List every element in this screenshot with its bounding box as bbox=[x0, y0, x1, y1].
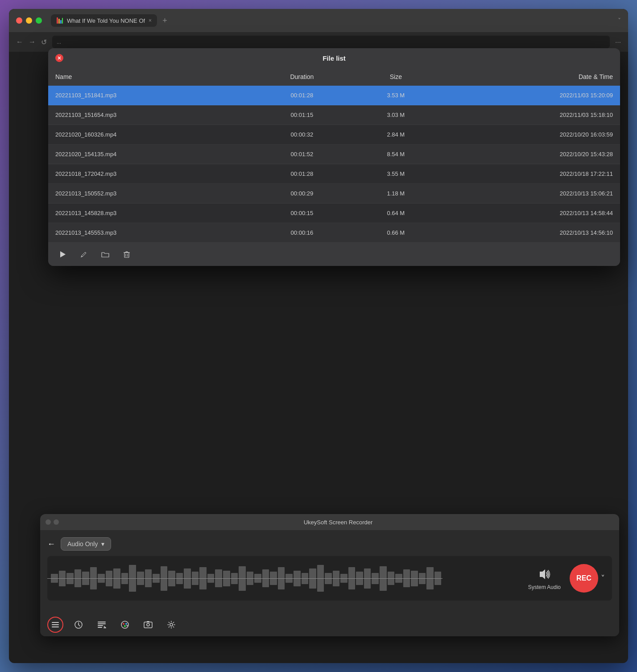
table-row[interactable]: 20221020_160326.mp400:00:322.84 M2022/10… bbox=[48, 125, 620, 145]
svg-point-20 bbox=[127, 625, 128, 626]
recorder-window: UkeySoft Screen Recorder ← Audio Only ▾ bbox=[40, 514, 619, 636]
nav-url-text: ... bbox=[57, 39, 61, 45]
screenshot-icon bbox=[144, 620, 153, 629]
file-list-header: Name Duration Size Date & Time bbox=[48, 68, 620, 86]
cell-duration: 00:00:16 bbox=[251, 223, 353, 243]
browser-titlebar: What If We Told You NONE Of × + ˅ bbox=[9, 9, 628, 32]
col-duration: Duration bbox=[251, 68, 353, 86]
edit-icon bbox=[80, 250, 88, 258]
nav-refresh-button[interactable]: ↺ bbox=[41, 38, 47, 46]
col-size: Size bbox=[353, 68, 439, 86]
cell-datetime: 2022/10/13 15:06:21 bbox=[439, 184, 620, 203]
toolbar-palette-button[interactable] bbox=[117, 617, 133, 633]
recorder-body: ← Audio Only ▾ bbox=[40, 530, 619, 613]
svg-rect-14 bbox=[98, 627, 102, 628]
cell-name: 20221018_172042.mp3 bbox=[48, 164, 251, 184]
col-datetime: Date & Time bbox=[439, 68, 620, 86]
browser-tab[interactable]: What If We Told You NONE Of × bbox=[51, 14, 157, 27]
svg-point-17 bbox=[123, 623, 124, 625]
cell-size: 3.53 M bbox=[353, 86, 439, 105]
svg-marker-27 bbox=[60, 251, 66, 257]
output-icon bbox=[97, 620, 106, 629]
table-row[interactable]: 20221018_172042.mp300:01:283.55 M2022/10… bbox=[48, 164, 620, 184]
table-row[interactable]: 20221013_150552.mp300:00:291.18 M2022/10… bbox=[48, 184, 620, 203]
file-list-table: Name Duration Size Date & Time 20221103_… bbox=[48, 68, 620, 243]
cell-duration: 00:01:28 bbox=[251, 86, 353, 105]
table-row[interactable]: 20221103_151654.mp300:01:153.03 M2022/11… bbox=[48, 105, 620, 125]
close-icon bbox=[57, 56, 62, 60]
clock-icon bbox=[74, 620, 83, 629]
list-icon bbox=[51, 620, 60, 629]
play-button[interactable] bbox=[55, 247, 70, 261]
toolbar-output-button[interactable] bbox=[94, 617, 110, 633]
play-icon bbox=[58, 250, 66, 258]
mode-dropdown[interactable]: Audio Only ▾ bbox=[61, 537, 111, 551]
cell-size: 0.64 M bbox=[353, 203, 439, 223]
delete-button[interactable] bbox=[120, 247, 134, 261]
table-row[interactable]: 20221103_151841.mp300:01:283.53 M2022/11… bbox=[48, 86, 620, 105]
system-audio-control[interactable]: System Audio bbox=[528, 566, 561, 590]
table-row[interactable]: 20221013_145828.mp300:00:150.64 M2022/10… bbox=[48, 203, 620, 223]
cell-duration: 00:01:15 bbox=[251, 105, 353, 125]
mode-dropdown-arrow-icon: ▾ bbox=[101, 540, 104, 548]
rec-dropdown-button[interactable]: ˅ bbox=[601, 573, 605, 583]
tab-title: What If We Told You NONE Of bbox=[67, 17, 145, 24]
svg-rect-23 bbox=[147, 621, 149, 622]
rtl-2[interactable] bbox=[54, 519, 59, 525]
cell-duration: 00:01:28 bbox=[251, 164, 353, 184]
svg-rect-0 bbox=[57, 17, 58, 24]
tl-yellow[interactable] bbox=[26, 17, 32, 24]
folder-icon bbox=[101, 250, 109, 258]
rtl-1[interactable] bbox=[46, 519, 51, 525]
svg-rect-21 bbox=[144, 622, 152, 628]
svg-point-18 bbox=[125, 623, 127, 625]
cell-datetime: 2022/10/13 14:58:44 bbox=[439, 203, 620, 223]
tl-green[interactable] bbox=[36, 17, 42, 24]
toolbar-settings-button[interactable] bbox=[163, 617, 179, 633]
recorder-back-button[interactable]: ← bbox=[47, 539, 55, 549]
svg-point-24 bbox=[170, 623, 173, 626]
cell-name: 20221103_151654.mp3 bbox=[48, 105, 251, 125]
trash-icon bbox=[123, 250, 131, 258]
cell-datetime: 2022/10/18 17:22:11 bbox=[439, 164, 620, 184]
table-row[interactable]: 20221013_145553.mp300:00:160.66 M2022/10… bbox=[48, 223, 620, 243]
nav-more-button[interactable]: ⋯ bbox=[615, 39, 621, 46]
recorder-controls: ← Audio Only ▾ bbox=[47, 537, 612, 551]
folder-button[interactable] bbox=[98, 247, 112, 261]
tl-red[interactable] bbox=[16, 17, 22, 24]
tab-close-button[interactable]: × bbox=[149, 17, 152, 24]
toolbar-schedule-button[interactable] bbox=[70, 617, 87, 633]
waveform-area: System Audio REC ˅ bbox=[47, 556, 612, 601]
cell-name: 20221013_145553.mp3 bbox=[48, 223, 251, 243]
cell-datetime: 2022/10/13 14:56:10 bbox=[439, 223, 620, 243]
cell-name: 20221013_145828.mp3 bbox=[48, 203, 251, 223]
tab-bar: What If We Told You NONE Of × + ˅ bbox=[51, 14, 621, 27]
file-list-window: File list Name Duration Size Date & Time… bbox=[48, 48, 620, 266]
toolbar-screenshot-button[interactable] bbox=[140, 617, 156, 633]
palette-icon bbox=[120, 620, 129, 629]
nav-back-button[interactable]: ← bbox=[16, 38, 23, 46]
tab-add-button[interactable]: + bbox=[161, 16, 169, 25]
rec-button[interactable]: REC bbox=[570, 564, 598, 593]
recorder-title: UkeySoft Screen Recorder bbox=[62, 519, 614, 526]
svg-rect-12 bbox=[98, 623, 106, 624]
tab-favicon-icon bbox=[56, 17, 63, 24]
browser-traffic-lights bbox=[16, 17, 42, 24]
nav-url-bar[interactable]: ... bbox=[52, 36, 610, 48]
svg-rect-11 bbox=[98, 622, 106, 622]
waveform-center-line bbox=[47, 578, 443, 579]
tab-list-button[interactable]: ˅ bbox=[618, 17, 621, 24]
file-list-close-button[interactable] bbox=[55, 54, 63, 62]
toolbar-file-list-button[interactable] bbox=[47, 617, 63, 633]
nav-forward-button[interactable]: → bbox=[29, 38, 36, 46]
cell-datetime: 2022/11/03 15:18:10 bbox=[439, 105, 620, 125]
cell-duration: 00:01:52 bbox=[251, 145, 353, 164]
mode-label: Audio Only bbox=[67, 540, 98, 548]
svg-line-28 bbox=[85, 252, 86, 253]
cell-size: 1.18 M bbox=[353, 184, 439, 203]
table-row[interactable]: 20221020_154135.mp400:01:528.54 M2022/10… bbox=[48, 145, 620, 164]
svg-rect-31 bbox=[124, 253, 129, 257]
edit-button[interactable] bbox=[77, 247, 91, 261]
cell-size: 8.54 M bbox=[353, 145, 439, 164]
svg-rect-3 bbox=[62, 18, 63, 24]
